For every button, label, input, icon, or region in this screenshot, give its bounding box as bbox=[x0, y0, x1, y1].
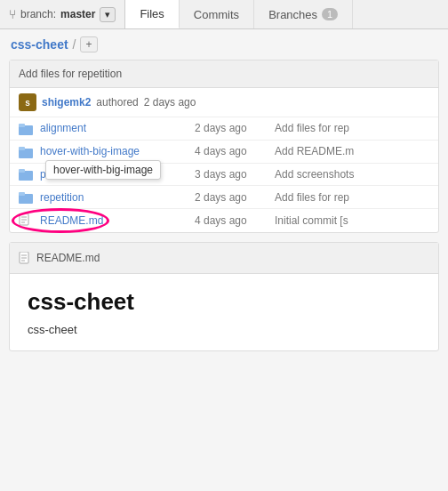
tab-commits[interactable]: Commits bbox=[180, 0, 254, 28]
breadcrumb-separator: / bbox=[73, 37, 76, 52]
file-message: Add files for rep bbox=[275, 122, 429, 134]
readme-description: css-cheet bbox=[28, 323, 420, 336]
branch-selector[interactable]: ⑂ branch: master ▾ bbox=[0, 0, 125, 28]
file-name[interactable]: repetition bbox=[40, 191, 195, 204]
readme-file-row: README.md 4 days ago Initial commit [s bbox=[10, 209, 438, 232]
readme-preview: README.md css-cheet css-cheet bbox=[9, 242, 439, 350]
author-time: 2 days ago bbox=[144, 96, 196, 109]
readme-title: css-cheet bbox=[28, 288, 420, 316]
tooltip: hover-with-big-image bbox=[45, 160, 161, 180]
readme-content: css-cheet css-cheet bbox=[10, 274, 438, 350]
file-message: Add files for rep bbox=[275, 191, 429, 204]
branch-name: master bbox=[60, 8, 95, 20]
file-name[interactable]: alignment bbox=[40, 122, 195, 134]
author-row: s shigemk2 authored 2 days ago bbox=[10, 88, 438, 117]
file-date: 4 days ago bbox=[195, 145, 275, 157]
file-message: Add screenshots bbox=[275, 168, 429, 181]
svg-rect-5 bbox=[19, 169, 25, 173]
nav-tabs: Files Commits Branches 1 bbox=[125, 0, 353, 28]
file-date: 4 days ago bbox=[195, 214, 275, 227]
folder-icon bbox=[19, 122, 35, 135]
top-nav: ⑂ branch: master ▾ Files Commits Branche… bbox=[0, 0, 448, 29]
tab-branches[interactable]: Branches 1 bbox=[254, 0, 353, 28]
commit-header: Add files for repetition bbox=[10, 60, 438, 88]
file-name[interactable]: hover-with-big-image bbox=[40, 145, 195, 157]
file-message: Add README.m bbox=[275, 145, 429, 157]
file-table: Add files for repetition s shigemk2 auth… bbox=[9, 60, 439, 233]
branches-badge: 1 bbox=[322, 8, 338, 20]
branch-label: branch: bbox=[20, 8, 56, 20]
file-name[interactable]: README.md bbox=[40, 214, 195, 227]
readme-doc-icon bbox=[19, 250, 31, 265]
tab-files[interactable]: Files bbox=[125, 0, 179, 28]
breadcrumb: css-cheet / + bbox=[0, 29, 448, 60]
avatar: s bbox=[19, 93, 36, 111]
file-row: alignment 2 days ago Add files for rep bbox=[10, 117, 438, 141]
file-date: 2 days ago bbox=[195, 191, 275, 204]
author-name[interactable]: shigemk2 bbox=[42, 96, 91, 109]
readme-header-label: README.md bbox=[36, 252, 100, 264]
file-row: hover-with-big-image 4 days ago Add READ… bbox=[10, 141, 438, 164]
repo-name-link[interactable]: css-cheet bbox=[11, 37, 68, 52]
folder-icon bbox=[19, 168, 35, 181]
svg-rect-3 bbox=[19, 147, 25, 150]
file-message: Initial commit [s bbox=[275, 214, 429, 227]
author-action: authored bbox=[96, 96, 138, 109]
file-date: 3 days ago bbox=[195, 168, 275, 181]
file-doc-icon bbox=[19, 213, 35, 228]
branch-icon: ⑂ bbox=[9, 7, 16, 21]
svg-rect-1 bbox=[19, 124, 25, 127]
file-row: repetition 2 days ago Add files for rep bbox=[10, 186, 438, 209]
add-folder-btn[interactable]: + bbox=[80, 36, 97, 52]
file-date: 2 days ago bbox=[195, 122, 275, 134]
readme-header: README.md bbox=[10, 243, 438, 273]
folder-icon bbox=[19, 145, 35, 158]
folder-icon bbox=[19, 190, 35, 204]
branch-dropdown-btn[interactable]: ▾ bbox=[100, 7, 116, 22]
svg-rect-7 bbox=[19, 192, 25, 196]
